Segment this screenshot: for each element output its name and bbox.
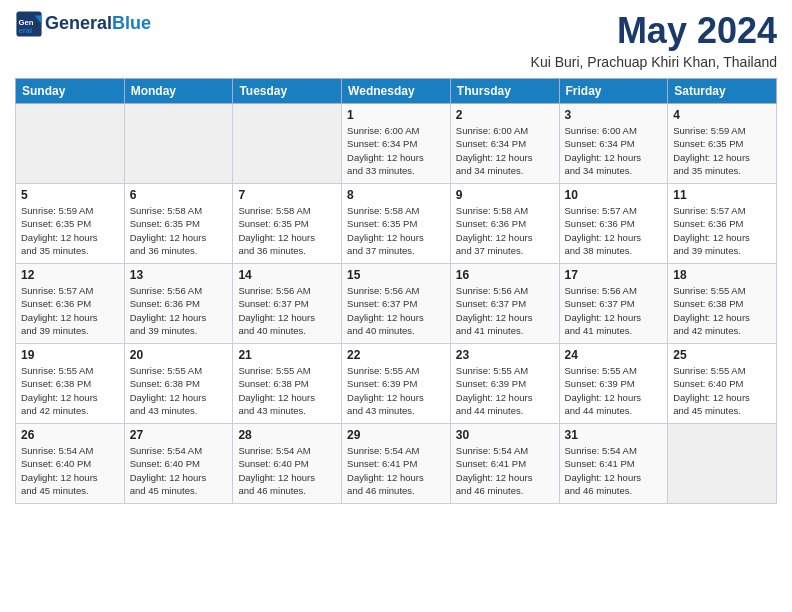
page-header: Gen eral GeneralBlue May 2024 Kui Buri, …: [15, 10, 777, 70]
day-number: 7: [238, 188, 336, 202]
day-info: Sunrise: 5:55 AM Sunset: 6:38 PM Dayligh…: [21, 364, 119, 417]
day-cell-29: 29Sunrise: 5:54 AM Sunset: 6:41 PM Dayli…: [342, 424, 451, 504]
day-info: Sunrise: 5:55 AM Sunset: 6:39 PM Dayligh…: [456, 364, 554, 417]
day-cell-31: 31Sunrise: 5:54 AM Sunset: 6:41 PM Dayli…: [559, 424, 668, 504]
day-cell-13: 13Sunrise: 5:56 AM Sunset: 6:36 PM Dayli…: [124, 264, 233, 344]
day-cell-8: 8Sunrise: 5:58 AM Sunset: 6:35 PM Daylig…: [342, 184, 451, 264]
day-info: Sunrise: 5:56 AM Sunset: 6:37 PM Dayligh…: [238, 284, 336, 337]
day-number: 13: [130, 268, 228, 282]
day-cell-5: 5Sunrise: 5:59 AM Sunset: 6:35 PM Daylig…: [16, 184, 125, 264]
day-cell-21: 21Sunrise: 5:55 AM Sunset: 6:38 PM Dayli…: [233, 344, 342, 424]
day-info: Sunrise: 5:55 AM Sunset: 6:38 PM Dayligh…: [130, 364, 228, 417]
day-info: Sunrise: 5:55 AM Sunset: 6:40 PM Dayligh…: [673, 364, 771, 417]
day-number: 3: [565, 108, 663, 122]
day-number: 17: [565, 268, 663, 282]
day-number: 15: [347, 268, 445, 282]
col-header-sunday: Sunday: [16, 79, 125, 104]
empty-cell: [124, 104, 233, 184]
day-info: Sunrise: 5:57 AM Sunset: 6:36 PM Dayligh…: [673, 204, 771, 257]
day-cell-14: 14Sunrise: 5:56 AM Sunset: 6:37 PM Dayli…: [233, 264, 342, 344]
empty-cell: [233, 104, 342, 184]
day-cell-10: 10Sunrise: 5:57 AM Sunset: 6:36 PM Dayli…: [559, 184, 668, 264]
day-cell-22: 22Sunrise: 5:55 AM Sunset: 6:39 PM Dayli…: [342, 344, 451, 424]
calendar-table: SundayMondayTuesdayWednesdayThursdayFrid…: [15, 78, 777, 504]
week-row-3: 12Sunrise: 5:57 AM Sunset: 6:36 PM Dayli…: [16, 264, 777, 344]
day-cell-9: 9Sunrise: 5:58 AM Sunset: 6:36 PM Daylig…: [450, 184, 559, 264]
day-number: 5: [21, 188, 119, 202]
col-header-saturday: Saturday: [668, 79, 777, 104]
day-cell-26: 26Sunrise: 5:54 AM Sunset: 6:40 PM Dayli…: [16, 424, 125, 504]
col-header-wednesday: Wednesday: [342, 79, 451, 104]
day-number: 4: [673, 108, 771, 122]
day-info: Sunrise: 5:55 AM Sunset: 6:38 PM Dayligh…: [673, 284, 771, 337]
day-number: 23: [456, 348, 554, 362]
empty-cell: [668, 424, 777, 504]
day-cell-3: 3Sunrise: 6:00 AM Sunset: 6:34 PM Daylig…: [559, 104, 668, 184]
day-info: Sunrise: 5:57 AM Sunset: 6:36 PM Dayligh…: [565, 204, 663, 257]
day-number: 24: [565, 348, 663, 362]
week-row-4: 19Sunrise: 5:55 AM Sunset: 6:38 PM Dayli…: [16, 344, 777, 424]
day-cell-24: 24Sunrise: 5:55 AM Sunset: 6:39 PM Dayli…: [559, 344, 668, 424]
col-header-thursday: Thursday: [450, 79, 559, 104]
day-info: Sunrise: 6:00 AM Sunset: 6:34 PM Dayligh…: [347, 124, 445, 177]
day-cell-12: 12Sunrise: 5:57 AM Sunset: 6:36 PM Dayli…: [16, 264, 125, 344]
day-number: 25: [673, 348, 771, 362]
day-cell-20: 20Sunrise: 5:55 AM Sunset: 6:38 PM Dayli…: [124, 344, 233, 424]
day-number: 19: [21, 348, 119, 362]
day-info: Sunrise: 5:55 AM Sunset: 6:38 PM Dayligh…: [238, 364, 336, 417]
day-info: Sunrise: 5:57 AM Sunset: 6:36 PM Dayligh…: [21, 284, 119, 337]
location-text: Kui Buri, Prachuap Khiri Khan, Thailand: [531, 54, 777, 70]
day-info: Sunrise: 5:58 AM Sunset: 6:35 PM Dayligh…: [130, 204, 228, 257]
day-info: Sunrise: 5:56 AM Sunset: 6:36 PM Dayligh…: [130, 284, 228, 337]
day-number: 26: [21, 428, 119, 442]
logo-icon: Gen eral: [15, 10, 43, 38]
day-number: 12: [21, 268, 119, 282]
day-cell-25: 25Sunrise: 5:55 AM Sunset: 6:40 PM Dayli…: [668, 344, 777, 424]
day-info: Sunrise: 6:00 AM Sunset: 6:34 PM Dayligh…: [565, 124, 663, 177]
col-header-monday: Monday: [124, 79, 233, 104]
day-number: 30: [456, 428, 554, 442]
page-container: Gen eral GeneralBlue May 2024 Kui Buri, …: [0, 0, 792, 514]
day-cell-30: 30Sunrise: 5:54 AM Sunset: 6:41 PM Dayli…: [450, 424, 559, 504]
day-cell-2: 2Sunrise: 6:00 AM Sunset: 6:34 PM Daylig…: [450, 104, 559, 184]
day-cell-4: 4Sunrise: 5:59 AM Sunset: 6:35 PM Daylig…: [668, 104, 777, 184]
header-row: SundayMondayTuesdayWednesdayThursdayFrid…: [16, 79, 777, 104]
day-number: 31: [565, 428, 663, 442]
day-info: Sunrise: 5:54 AM Sunset: 6:40 PM Dayligh…: [130, 444, 228, 497]
day-cell-27: 27Sunrise: 5:54 AM Sunset: 6:40 PM Dayli…: [124, 424, 233, 504]
day-cell-15: 15Sunrise: 5:56 AM Sunset: 6:37 PM Dayli…: [342, 264, 451, 344]
day-number: 16: [456, 268, 554, 282]
day-cell-1: 1Sunrise: 6:00 AM Sunset: 6:34 PM Daylig…: [342, 104, 451, 184]
day-cell-19: 19Sunrise: 5:55 AM Sunset: 6:38 PM Dayli…: [16, 344, 125, 424]
week-row-5: 26Sunrise: 5:54 AM Sunset: 6:40 PM Dayli…: [16, 424, 777, 504]
day-info: Sunrise: 5:56 AM Sunset: 6:37 PM Dayligh…: [456, 284, 554, 337]
svg-text:eral: eral: [19, 26, 33, 35]
day-number: 10: [565, 188, 663, 202]
day-number: 28: [238, 428, 336, 442]
day-info: Sunrise: 6:00 AM Sunset: 6:34 PM Dayligh…: [456, 124, 554, 177]
logo-line2: Blue: [112, 13, 151, 33]
day-number: 9: [456, 188, 554, 202]
logo-line1: General: [45, 13, 112, 33]
week-row-1: 1Sunrise: 6:00 AM Sunset: 6:34 PM Daylig…: [16, 104, 777, 184]
day-info: Sunrise: 5:54 AM Sunset: 6:40 PM Dayligh…: [238, 444, 336, 497]
month-title: May 2024: [531, 10, 777, 52]
week-row-2: 5Sunrise: 5:59 AM Sunset: 6:35 PM Daylig…: [16, 184, 777, 264]
day-info: Sunrise: 5:55 AM Sunset: 6:39 PM Dayligh…: [565, 364, 663, 417]
day-number: 21: [238, 348, 336, 362]
day-number: 18: [673, 268, 771, 282]
day-info: Sunrise: 5:58 AM Sunset: 6:35 PM Dayligh…: [347, 204, 445, 257]
day-cell-16: 16Sunrise: 5:56 AM Sunset: 6:37 PM Dayli…: [450, 264, 559, 344]
day-cell-11: 11Sunrise: 5:57 AM Sunset: 6:36 PM Dayli…: [668, 184, 777, 264]
day-info: Sunrise: 5:54 AM Sunset: 6:40 PM Dayligh…: [21, 444, 119, 497]
day-info: Sunrise: 5:58 AM Sunset: 6:35 PM Dayligh…: [238, 204, 336, 257]
day-info: Sunrise: 5:56 AM Sunset: 6:37 PM Dayligh…: [347, 284, 445, 337]
day-info: Sunrise: 5:59 AM Sunset: 6:35 PM Dayligh…: [21, 204, 119, 257]
day-info: Sunrise: 5:54 AM Sunset: 6:41 PM Dayligh…: [565, 444, 663, 497]
day-cell-17: 17Sunrise: 5:56 AM Sunset: 6:37 PM Dayli…: [559, 264, 668, 344]
day-number: 29: [347, 428, 445, 442]
col-header-tuesday: Tuesday: [233, 79, 342, 104]
day-info: Sunrise: 5:58 AM Sunset: 6:36 PM Dayligh…: [456, 204, 554, 257]
day-number: 22: [347, 348, 445, 362]
calendar-body: 1Sunrise: 6:00 AM Sunset: 6:34 PM Daylig…: [16, 104, 777, 504]
